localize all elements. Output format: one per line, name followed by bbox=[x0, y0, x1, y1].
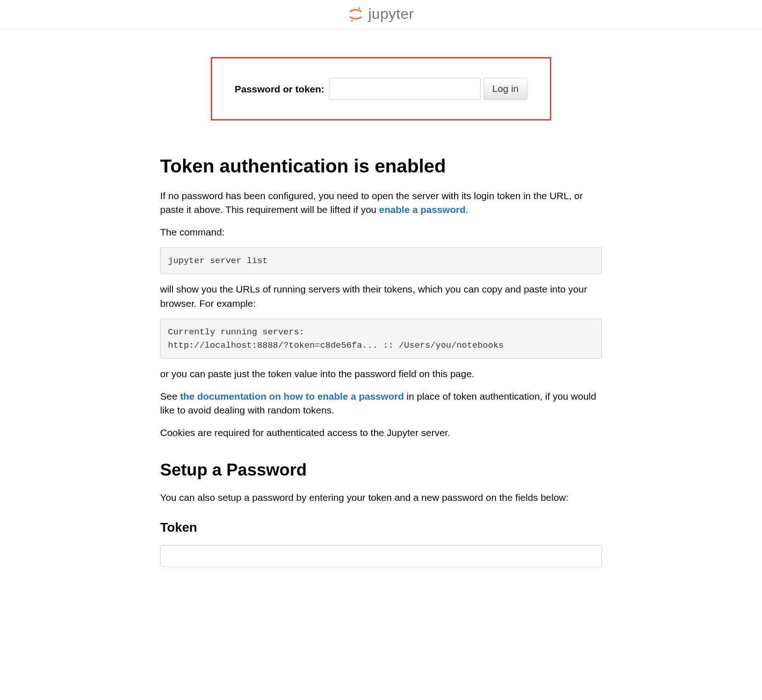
login-button[interactable]: Log in bbox=[484, 78, 527, 100]
enable-password-link[interactable]: enable a password bbox=[379, 204, 466, 215]
password-label: Password or token: bbox=[235, 82, 324, 96]
paragraph-cookies: Cookies are required for authenticated a… bbox=[160, 426, 602, 440]
password-input[interactable] bbox=[329, 78, 481, 100]
token-input[interactable] bbox=[160, 545, 602, 567]
login-section: Password or token: Log in bbox=[0, 57, 762, 120]
token-heading: Token bbox=[160, 518, 602, 537]
content: Token authentication is enabled If no pa… bbox=[151, 153, 611, 608]
page-title: Token authentication is enabled bbox=[160, 153, 602, 179]
login-box: Password or token: Log in bbox=[211, 57, 551, 120]
code-block-command: jupyter server list bbox=[160, 247, 602, 275]
paragraph-urls: will show you the URLs of running server… bbox=[160, 282, 602, 310]
jupyter-logo: jupyter bbox=[348, 4, 414, 24]
paragraph-paste-token: or you can paste just the token value in… bbox=[160, 367, 602, 381]
jupyter-logo-icon bbox=[348, 6, 364, 22]
jupyter-logo-text: jupyter bbox=[368, 4, 414, 24]
svg-point-1 bbox=[351, 20, 353, 22]
code-block-example: Currently running servers: http://localh… bbox=[160, 319, 602, 359]
paragraph-setup: You can also setup a password by enterin… bbox=[160, 491, 602, 505]
header: jupyter bbox=[0, 0, 762, 29]
paragraph-intro: If no password has been configured, you … bbox=[160, 189, 602, 217]
paragraph-docs: See the documentation on how to enable a… bbox=[160, 390, 602, 418]
documentation-link[interactable]: the documentation on how to enable a pas… bbox=[180, 391, 404, 402]
paragraph-command-intro: The command: bbox=[160, 225, 602, 239]
svg-point-0 bbox=[358, 7, 360, 9]
setup-password-heading: Setup a Password bbox=[160, 458, 602, 482]
